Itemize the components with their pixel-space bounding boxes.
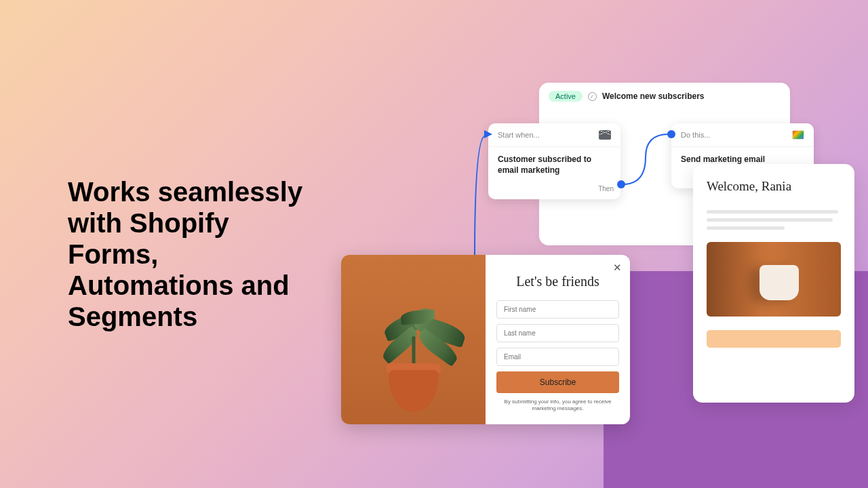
cup-graphic (760, 265, 799, 300)
automation-title: Welcome new subscribers (602, 92, 705, 101)
step-footer: Then (488, 181, 620, 199)
form-hero-image (341, 255, 486, 424)
step-label: Do this... (681, 131, 710, 139)
close-icon[interactable]: ✕ (613, 262, 622, 274)
automation-header: Active ✓ Welcome new subscribers (549, 91, 781, 102)
step-description: Send marketing email (681, 154, 804, 165)
email-preview-card: Welcome, Rania (693, 164, 854, 403)
subscribe-button[interactable]: Subscribe (496, 371, 619, 393)
workflow-trigger-card[interactable]: Start when... Customer subscribed to ema… (488, 123, 620, 199)
step-description: Customer subscribed to email marketing (498, 154, 611, 176)
step-body: Customer subscribed to email marketing (488, 147, 620, 181)
email-cta-placeholder (707, 330, 841, 348)
form-title: Let's be friends (496, 274, 619, 289)
last-name-input[interactable] (496, 324, 619, 342)
image-shadow (707, 242, 761, 317)
email-greeting: Welcome, Rania (707, 179, 841, 194)
mail-color-icon (792, 130, 804, 140)
email-input[interactable] (496, 348, 619, 366)
then-label: Then (598, 185, 614, 192)
step-label: Start when... (498, 131, 540, 139)
text-placeholder (707, 226, 785, 230)
form-disclaimer: By submitting your info, you agree to re… (496, 399, 619, 413)
signup-form-card: ✕ Let's be friends Subscribe By submitti… (341, 255, 630, 424)
step-header: Start when... (488, 123, 620, 147)
first-name-input[interactable] (496, 300, 619, 319)
email-hero-image (707, 242, 841, 317)
workflow-connector-dot (667, 130, 675, 138)
form-body: ✕ Let's be friends Subscribe By submitti… (486, 255, 630, 424)
status-badge: Active (549, 91, 583, 102)
step-header: Do this... (671, 123, 814, 147)
mail-icon (599, 130, 611, 140)
text-placeholder (707, 210, 838, 214)
text-placeholder (707, 218, 833, 222)
plant-pot (389, 370, 439, 412)
headline: Works seamlessly with Shopify Forms, Aut… (68, 176, 326, 332)
plant-stem (412, 336, 415, 366)
workflow-connector-dot (617, 180, 625, 188)
check-circle-icon: ✓ (588, 92, 597, 101)
